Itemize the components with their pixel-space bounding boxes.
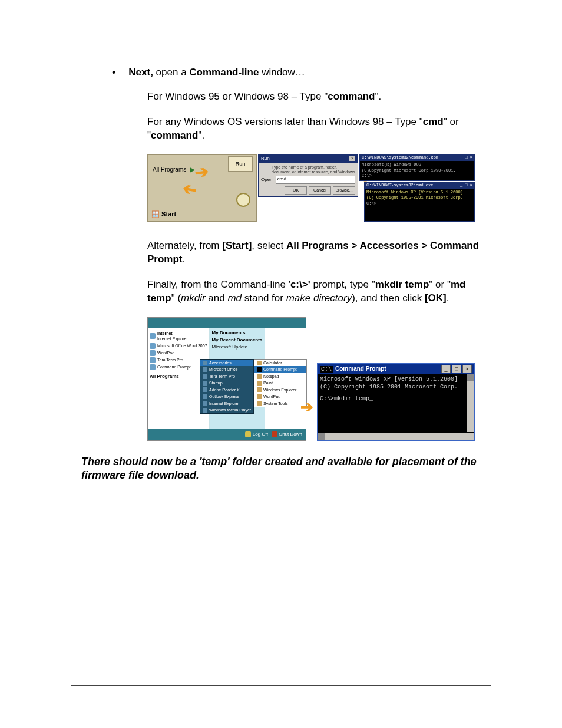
acc-explorer[interactable]: Windows Explorer	[254, 387, 306, 393]
p4-k: stand for	[242, 292, 286, 304]
command-prompt-window: C:\Command Prompt _ □ × Microsoft Window…	[317, 363, 475, 441]
folder-icon	[203, 374, 207, 379]
horizontal-scrollbar[interactable]	[318, 433, 474, 440]
paragraph-alternate: Alternately, from [Start], select All Pr…	[147, 239, 491, 266]
app-icon	[203, 401, 207, 406]
wordpad-icon	[257, 394, 262, 399]
p1-cmd: command	[328, 91, 375, 102]
flyout-adobe[interactable]: Adobe Reader X	[200, 387, 253, 393]
sm-teraterm[interactable]: Tera Term Pro	[157, 357, 183, 363]
sm-mydocs[interactable]: My Documents	[212, 330, 263, 337]
acc-wordpad[interactable]: WordPad	[254, 393, 306, 400]
bigcmd-l1: Microsoft Windows XP [Version 5.1.2600]	[320, 375, 472, 384]
sm-wordpad[interactable]: WordPad	[157, 350, 174, 355]
sm-msupdate[interactable]: Microsoft Update	[212, 344, 263, 351]
scroll-thumb[interactable]	[318, 433, 325, 440]
teraterm-icon	[150, 357, 156, 363]
flyout-ie[interactable]: Internet Explorer	[200, 400, 253, 407]
run-dialog: Run × Type the name of a program, folder…	[258, 154, 358, 197]
open-input[interactable]: cmd	[276, 176, 355, 184]
p3-a: Alternately, from	[147, 240, 222, 251]
bigcmd-l3: C:\>mkdir temp_	[320, 395, 472, 403]
figure-startmenu-cmd: InternetInternet Explorer Microsoft Offi…	[147, 317, 475, 441]
scroll-thumb[interactable]	[467, 374, 474, 381]
folder-icon	[257, 401, 262, 406]
acc-systools[interactable]: System Tools	[254, 400, 306, 407]
command-window-xp: C:\WINDOWS\system32\cmd.exe_ □ × Microso…	[364, 182, 475, 222]
cmd1-line3: C:\>	[362, 173, 472, 179]
desktop-mock: Run All Programs ▶ ➔ ➔ 🪟 Start	[147, 154, 257, 222]
p4-l: make directory	[286, 292, 352, 304]
flyout-teraterm[interactable]: Tera Term Pro	[200, 373, 253, 380]
cmd1-title: C:\WINDOWS\system32\command.com	[362, 155, 438, 160]
p4-a: Finally, from the Command-line '	[147, 279, 290, 290]
folder-icon	[203, 361, 207, 365]
all-programs-button[interactable]: All Programs	[150, 374, 207, 380]
run-title: Run	[261, 156, 270, 163]
cmd1-line1: Microsoft(R) Windows DOS	[362, 162, 472, 167]
close-icon[interactable]: ×	[349, 156, 355, 161]
callout-arrow-icon: ➔	[181, 177, 199, 202]
window-controls[interactable]: _ □ ×	[460, 155, 472, 160]
flyout-wmp[interactable]: Windows Media Player	[200, 407, 253, 413]
logoff-button[interactable]: Log Off	[245, 431, 268, 438]
app-icon	[203, 387, 207, 392]
ok-button[interactable]: OK	[285, 186, 307, 195]
explorer-icon	[257, 387, 262, 392]
sm-internet[interactable]: Internet	[157, 331, 173, 335]
bigcmd-l2: (C) Copyright 1985-2001 Microsoft Corp.	[320, 383, 472, 391]
maximize-icon[interactable]: □	[452, 365, 461, 373]
p3-c: , select	[252, 240, 286, 251]
run-titlebar: Run ×	[259, 155, 358, 163]
run-description: Type the name of a program, folder, docu…	[272, 165, 355, 174]
p4-j: md	[227, 292, 242, 304]
window-controls[interactable]: _ □ ×	[441, 365, 472, 373]
intro-tail: window…	[259, 67, 305, 78]
notepad-icon	[257, 374, 262, 379]
start-button[interactable]: 🪟 Start	[151, 210, 176, 219]
result-statement: There should now be a 'temp' folder crea…	[81, 455, 491, 483]
cancel-button[interactable]: Cancel	[309, 186, 331, 195]
app-icon	[203, 408, 207, 413]
sm-word[interactable]: Microsoft Office Word 2007	[157, 343, 207, 348]
minimize-icon[interactable]: _	[441, 365, 451, 373]
sm-recent[interactable]: My Recent Documents	[212, 337, 263, 344]
bullet-icon: •	[112, 66, 115, 80]
sm-cmd[interactable]: Command Prompt	[157, 364, 191, 370]
logoff-icon	[245, 431, 251, 437]
browse-button[interactable]: Browse...	[333, 186, 355, 195]
vertical-scrollbar[interactable]	[467, 374, 474, 432]
open-label: Open:	[261, 177, 274, 183]
paint-icon	[257, 381, 262, 386]
close-icon[interactable]: ×	[462, 365, 472, 373]
window-controls[interactable]: _ □ ×	[460, 183, 472, 188]
acc-paint[interactable]: Paint	[254, 380, 306, 386]
p4-m: ), and then click	[352, 292, 425, 304]
bigcmd-title: Command Prompt	[335, 365, 386, 372]
intro-mid: open a	[153, 67, 189, 78]
flyout-office[interactable]: Microsoft Office	[200, 366, 253, 373]
cmd2-line3: C:\>	[366, 201, 472, 206]
p4-b: c:\>'	[290, 279, 310, 290]
acc-cmd[interactable]: Command Prompt	[254, 366, 306, 373]
p4-o: .	[447, 292, 449, 304]
word-icon	[150, 343, 156, 349]
flyout-startup[interactable]: Startup	[200, 380, 253, 386]
p2-pre: For any Windows OS versions later than W…	[147, 116, 423, 127]
flyout-accessories[interactable]: Accessories	[200, 360, 253, 366]
ie-icon	[150, 333, 156, 339]
flyout-outlook[interactable]: Outlook Express	[200, 393, 253, 400]
app-icon	[203, 394, 207, 399]
paragraph-win95: For Windows 95 or Windows 98 – Type "com…	[147, 90, 491, 104]
shutdown-label: Shut Down	[279, 431, 302, 438]
p3-e: .	[183, 253, 186, 265]
acc-calc[interactable]: Calculator	[254, 360, 306, 366]
p1-post: ".	[375, 91, 381, 102]
shutdown-button[interactable]: Shut Down	[272, 431, 302, 438]
acc-notepad[interactable]: Notepad	[254, 373, 306, 380]
logoff-label: Log Off	[253, 431, 268, 438]
p4-i: and	[206, 292, 228, 304]
bullet-item: • Next, open a Command-line window…	[112, 66, 491, 80]
p2-cmd2: command	[151, 130, 198, 141]
intro-bold: Command-line	[189, 67, 259, 78]
